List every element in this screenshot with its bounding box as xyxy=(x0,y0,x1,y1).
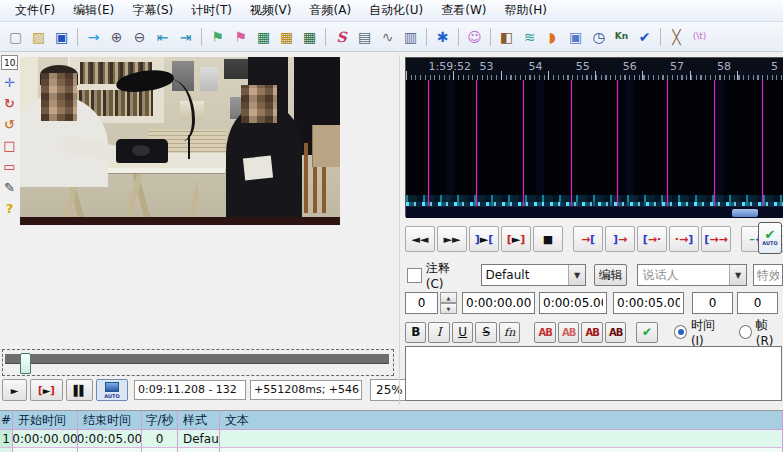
translation-assistant-icon[interactable]: ≋ xyxy=(518,25,541,48)
fonts-collector-icon[interactable]: ◗ xyxy=(541,25,564,48)
open-subtitles-icon[interactable]: ▨ xyxy=(27,25,50,48)
effect-input[interactable] xyxy=(753,264,783,286)
frame-mode-radio[interactable]: 帧(R) xyxy=(739,317,783,348)
layer-spinner[interactable]: ▲ ▼ xyxy=(440,292,457,314)
menu-item-6[interactable]: 音频(A) xyxy=(300,0,360,21)
previous-line-button[interactable]: ◄◄ xyxy=(405,226,435,252)
pane-divider[interactable] xyxy=(399,55,400,405)
audio-display[interactable]: 1:59:525354555657585 xyxy=(405,57,783,217)
grid-header-cell[interactable]: 字/秒 xyxy=(142,411,178,429)
audio-auto-commit-toggle[interactable]: ✔ AUTO xyxy=(758,222,782,254)
grid-header-row[interactable]: #开始时间结束时间字/秒样式文本 xyxy=(0,411,783,430)
menu-item-8[interactable]: 查看(W) xyxy=(432,0,495,21)
new-subtitles-icon[interactable]: ▢ xyxy=(4,25,27,48)
stop-button[interactable]: ■ xyxy=(533,226,563,252)
time-mode-radio[interactable]: 时间(I) xyxy=(674,317,725,348)
secondary-color-button[interactable]: AB xyxy=(558,322,579,343)
properties-icon[interactable]: ▤ xyxy=(353,25,376,48)
start-time-input[interactable] xyxy=(462,292,535,314)
layer-input[interactable] xyxy=(405,292,438,314)
menu-item-9[interactable]: 帮助(H) xyxy=(495,0,555,21)
zoom-out-icon[interactable]: ⊖ xyxy=(128,25,151,48)
shift-to-frame-icon[interactable]: ▦ xyxy=(298,25,321,48)
strikeout-button[interactable]: S xyxy=(475,322,496,343)
video-help-icon[interactable]: ? xyxy=(1,200,18,217)
styling-assistant-icon[interactable]: ☺ xyxy=(463,25,486,48)
italic-button[interactable]: I xyxy=(428,322,449,343)
grid-header-cell[interactable]: 文本 xyxy=(220,411,783,429)
kanji-timer-icon[interactable]: Kn xyxy=(610,25,633,48)
video-seek-track[interactable] xyxy=(5,354,389,364)
margin-left-input[interactable] xyxy=(692,292,733,314)
scale-tool-icon[interactable]: □ xyxy=(1,137,18,154)
edit-style-button[interactable]: 编辑 xyxy=(594,264,627,286)
automation-icon[interactable]: ✱ xyxy=(431,25,454,48)
margin-right-input[interactable] xyxy=(737,292,778,314)
attachments-icon[interactable]: ∿ xyxy=(376,25,399,48)
resample-resolution-icon[interactable]: ▥ xyxy=(399,25,422,48)
bold-button[interactable]: B xyxy=(405,322,426,343)
play-selection-button[interactable]: ]►[ xyxy=(469,226,499,252)
grid-header-cell[interactable]: 开始时间 xyxy=(13,411,78,429)
select-lines-icon[interactable]: ▣ xyxy=(564,25,587,48)
video-display[interactable] xyxy=(20,57,340,225)
zoom-in-icon[interactable]: ⊕ xyxy=(105,25,128,48)
ass-tags-icon[interactable]: (\t) xyxy=(688,25,711,48)
video-play-line-button[interactable]: [►] xyxy=(30,379,63,401)
video-pause-button[interactable]: ▌▌ xyxy=(66,379,93,401)
play-first-500ms-button[interactable]: [→· xyxy=(637,226,667,252)
audio-scrollbar-thumb[interactable] xyxy=(732,209,758,217)
menu-item-5[interactable]: 视频(V) xyxy=(241,0,301,21)
comment-checkbox[interactable] xyxy=(407,268,422,283)
play-from-selection-button[interactable]: [→→ xyxy=(701,226,731,252)
subtitle-text-edit[interactable] xyxy=(405,346,782,401)
actor-combobox[interactable]: 说话人 ▼ xyxy=(637,264,747,286)
shift-times-icon[interactable]: ◧ xyxy=(495,25,518,48)
video-autoscroll-toggle[interactable]: AUTO xyxy=(96,379,128,401)
menu-item-2[interactable]: 编辑(E) xyxy=(64,0,123,21)
next-line-button[interactable]: ►► xyxy=(437,226,467,252)
menu-item-3[interactable]: 字幕(S) xyxy=(123,0,182,21)
snap-start-to-video-icon[interactable]: ⚑ xyxy=(206,25,229,48)
snap-to-scene-icon[interactable]: ▦ xyxy=(275,25,298,48)
clip-tool-icon[interactable]: ▭ xyxy=(1,158,18,175)
grid-header-cell[interactable]: 结束时间 xyxy=(78,411,142,429)
rotate-xy-tool-icon[interactable]: ↺ xyxy=(1,116,18,133)
play-last-500ms-button[interactable]: ·→] xyxy=(669,226,699,252)
audio-spectrogram[interactable] xyxy=(406,80,783,206)
grid-header-cell[interactable]: # xyxy=(0,411,13,429)
primary-color-button[interactable]: AB xyxy=(534,322,555,343)
menu-item-1[interactable]: 文件(F) xyxy=(6,0,64,21)
spell-checker-icon[interactable]: ✔ xyxy=(633,25,656,48)
rotate-z-tool-icon[interactable]: ↻ xyxy=(1,95,18,112)
commit-button[interactable]: ✔ xyxy=(636,322,657,343)
grid-header-cell[interactable]: 样式 xyxy=(178,411,220,429)
video-jump-end-icon[interactable]: ⇥ xyxy=(174,25,197,48)
snap-end-to-video-icon[interactable]: ⚑ xyxy=(229,25,252,48)
audio-scrollbar[interactable] xyxy=(406,206,783,218)
video-zoom-dropdown[interactable]: 10. xyxy=(1,55,18,70)
play-500ms-before-button[interactable]: →[ xyxy=(573,226,603,252)
drag-tool-icon[interactable]: ✛ xyxy=(1,74,18,91)
audio-timeline-ruler[interactable]: 1:59:525354555657585 xyxy=(406,58,783,80)
vector-clip-tool-icon[interactable]: ✎ xyxy=(1,179,18,196)
play-500ms-after-button[interactable]: ]→ xyxy=(605,226,635,252)
outline-color-button[interactable]: AB xyxy=(581,322,602,343)
underline-button[interactable]: U xyxy=(452,322,473,343)
video-jump-start-icon[interactable]: ⇤ xyxy=(151,25,174,48)
spin-down-icon[interactable]: ▼ xyxy=(440,303,457,314)
grid-row[interactable]: 10:00:00.000:00:05.000Default xyxy=(0,430,783,448)
jump-to-icon[interactable]: → xyxy=(82,25,105,48)
video-play-button[interactable]: ► xyxy=(2,379,27,401)
spin-up-icon[interactable]: ▲ xyxy=(440,292,457,303)
font-name-button[interactable]: fn xyxy=(499,322,520,343)
play-current-line-button[interactable]: [►] xyxy=(501,226,531,252)
styles-manager-icon[interactable]: S xyxy=(330,25,353,48)
timing-postprocessor-icon[interactable]: ◷ xyxy=(587,25,610,48)
select-visible-lines-icon[interactable]: ▦ xyxy=(252,25,275,48)
style-select[interactable]: Default ▼ xyxy=(481,264,587,286)
options-icon[interactable]: ╳ xyxy=(665,25,688,48)
end-time-input[interactable] xyxy=(539,292,607,314)
shadow-color-button[interactable]: AB xyxy=(605,322,626,343)
duration-input[interactable] xyxy=(613,292,684,314)
